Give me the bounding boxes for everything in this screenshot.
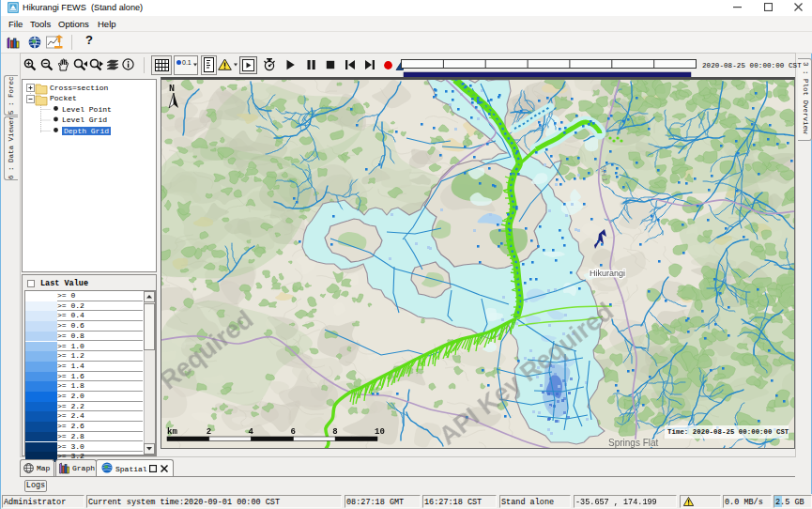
svg-text:4: 4	[249, 427, 254, 437]
svg-text:10: 10	[375, 427, 385, 437]
svg-text:Hikurangi: Hikurangi	[590, 269, 625, 278]
svg-text:Springs Flat: Springs Flat	[608, 438, 659, 448]
svg-text:6: 6	[290, 427, 295, 437]
svg-text:Time: 2020-08-25 00:00:00 CST: Time: 2020-08-25 00:00:00 CST	[667, 428, 789, 436]
svg-text:2: 2	[207, 427, 211, 437]
svg-text:km: km	[167, 427, 177, 437]
svg-text:8: 8	[332, 427, 337, 437]
svg-text:N: N	[169, 84, 175, 94]
